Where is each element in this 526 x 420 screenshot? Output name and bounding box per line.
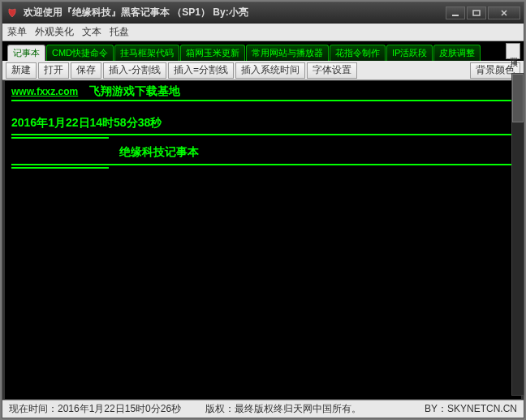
pin-button[interactable]: 置 顶	[506, 43, 520, 59]
minimize-button[interactable]	[446, 6, 465, 19]
statusbar: 现在时间：2016年1月22日15时0分26秒 版权：最终版权终归天网中国所有。…	[2, 400, 524, 418]
toolbar: 新建 打开 保存 插入-分割线 插入=分割线 插入系统时间 字体设置 背景颜色	[2, 61, 524, 80]
menu-appearance[interactable]: 外观美化	[35, 25, 74, 39]
tab-sites[interactable]: 常用网站与播放器	[246, 45, 329, 61]
menubar: 菜单 外观美化 文本 托盘	[2, 24, 524, 41]
svg-rect-1	[473, 11, 480, 15]
app-icon	[6, 6, 19, 19]
divider-short	[11, 137, 109, 139]
insert-time-button[interactable]: 插入系统时间	[235, 62, 305, 79]
save-button[interactable]: 保存	[71, 62, 101, 79]
tab-ip[interactable]: IP活跃段	[386, 45, 433, 61]
menu-main[interactable]: 菜单	[7, 25, 27, 39]
tab-notepad[interactable]: 记事本	[7, 45, 45, 61]
tab-cmd[interactable]: CMD快捷命令	[46, 45, 114, 61]
open-button[interactable]: 打开	[38, 62, 69, 79]
maximize-button[interactable]	[467, 6, 486, 19]
center-title: 绝缘科技记事本	[119, 145, 199, 158]
scrollbar-thumb[interactable]	[512, 74, 524, 122]
status-by: BY：SKYNETCN.CN	[425, 402, 517, 416]
divider-line	[11, 100, 515, 101]
timestamp-line: 2016年1月22日14时58分38秒	[11, 116, 515, 129]
tab-flower[interactable]: 花指令制作	[330, 45, 386, 61]
insert-dash-button[interactable]: 插入-分割线	[103, 62, 166, 79]
divider-line	[11, 164, 515, 165]
tab-skin[interactable]: 皮肤调整	[433, 45, 481, 61]
close-button[interactable]	[488, 6, 520, 19]
menu-text[interactable]: 文本	[82, 25, 101, 39]
new-button[interactable]: 新建	[6, 62, 37, 79]
url-label: 飞翔游戏下载基地	[89, 84, 180, 97]
status-copyright: 版权：最终版权终归天网中国所有。	[205, 402, 425, 416]
font-button[interactable]: 字体设置	[307, 62, 357, 79]
divider-short	[11, 167, 109, 169]
window-title: 欢迎使用『绝缘科技』黑客记事本 （SP1） By:小亮	[24, 6, 446, 19]
editor-line: www.fxxz.com 飞翔游戏下载基地	[11, 84, 515, 98]
editor-line: 绝缘科技记事本	[11, 145, 515, 159]
tab-update[interactable]: 箱网玉米更新	[180, 45, 245, 61]
divider-line	[11, 134, 515, 135]
vertical-scrollbar[interactable]	[511, 73, 524, 396]
status-time: 现在时间：2016年1月22日15时0分26秒	[9, 402, 181, 416]
window-controls	[446, 6, 520, 19]
svg-rect-0	[452, 15, 459, 16]
editor-area[interactable]: www.fxxz.com 飞翔游戏下载基地 2016年1月22日14时58分38…	[4, 80, 522, 400]
tabbar: 记事本 CMD快捷命令 挂马框架代码 箱网玉米更新 常用网站与播放器 花指令制作…	[2, 41, 524, 61]
tab-frame[interactable]: 挂马框架代码	[114, 45, 179, 61]
url-link[interactable]: www.fxxz.com	[11, 86, 78, 97]
menu-tray[interactable]: 托盘	[110, 25, 129, 39]
titlebar[interactable]: 欢迎使用『绝缘科技』黑客记事本 （SP1） By:小亮	[2, 2, 524, 24]
insert-eq-button[interactable]: 插入=分割线	[168, 62, 234, 79]
app-window: 欢迎使用『绝缘科技』黑客记事本 （SP1） By:小亮 菜单 外观美化 文本 托…	[2, 2, 524, 418]
